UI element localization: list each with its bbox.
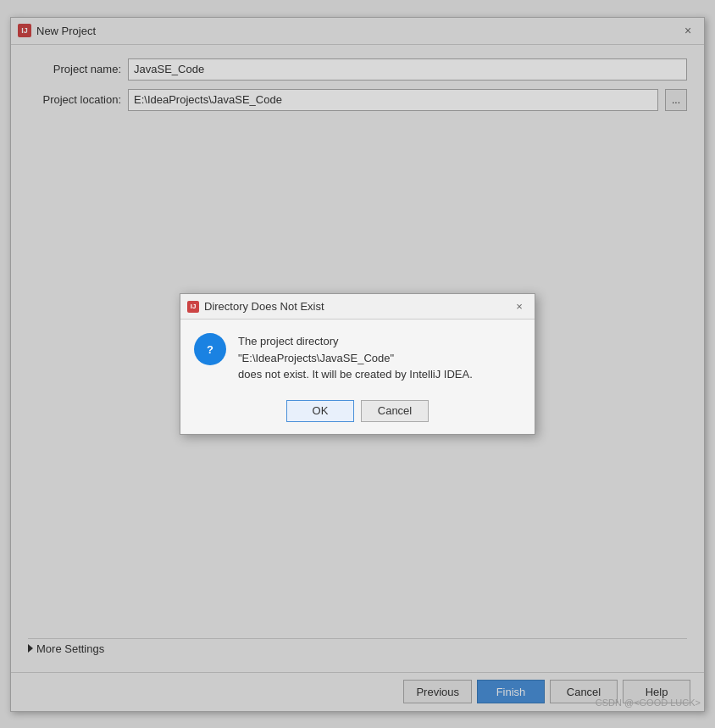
- dialog-buttons: OK Cancel: [180, 393, 535, 434]
- dialog-content: ? The project directory "E:\IdeaProjects…: [180, 320, 535, 393]
- dialog-ok-button[interactable]: OK: [286, 400, 354, 422]
- dialog-title-left: IJ Directory Does Not Exist: [187, 300, 324, 313]
- dialog-box: IJ Directory Does Not Exist × ? The proj…: [180, 293, 535, 435]
- main-window: IJ New Project × Project name: Project l…: [10, 17, 705, 712]
- dialog-message-line2: "E:\IdeaProjects\JavaSE_Code": [238, 352, 394, 364]
- dialog-message-line1: The project directory: [238, 335, 339, 347]
- dialog-cancel-button[interactable]: Cancel: [361, 400, 429, 422]
- dialog-message: The project directory "E:\IdeaProjects\J…: [238, 333, 521, 383]
- dialog-overlay: IJ Directory Does Not Exist × ? The proj…: [11, 18, 704, 711]
- dialog-title: Directory Does Not Exist: [204, 300, 324, 313]
- dialog-intellij-icon: IJ: [187, 301, 199, 313]
- question-icon: ?: [194, 333, 226, 365]
- dialog-message-line3: does not exist. It will be created by In…: [238, 368, 473, 381]
- watermark: CSDN @<GOOD LUCK>: [596, 697, 701, 708]
- dialog-close-button[interactable]: ×: [511, 298, 528, 315]
- dialog-title-bar: IJ Directory Does Not Exist ×: [180, 294, 535, 320]
